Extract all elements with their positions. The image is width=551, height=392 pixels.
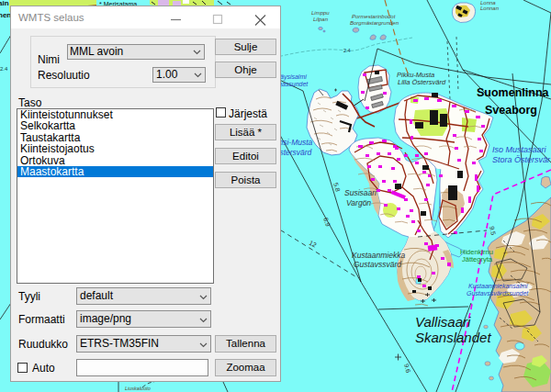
- svg-text:Vallisaari: Vallisaari: [415, 314, 471, 330]
- svg-text:gassundet: gassundet: [278, 81, 309, 88]
- svg-text:Vargön: Vargön: [346, 198, 371, 207]
- svg-text:Lilpan: Lilpan: [313, 17, 329, 22]
- svg-text:Susisaari: Susisaari: [344, 188, 377, 197]
- svg-text:äysisalmi: äysisalmi: [280, 73, 307, 81]
- svg-text:Gustavssvärd: Gustavssvärd: [354, 260, 401, 269]
- svg-text:Lonnan: Lonnan: [480, 6, 500, 11]
- svg-text:2.4: 2.4: [0, 66, 8, 72]
- svg-text:Borgmästargrunden: Borgmästargrunden: [350, 20, 399, 26]
- svg-text:Iso Mustasaari: Iso Mustasaari: [492, 145, 547, 154]
- svg-text:Sveaborg: Sveaborg: [485, 104, 537, 117]
- svg-text:Lilla Östersvärd: Lilla Östersvärd: [398, 78, 446, 86]
- svg-text:ain: ain: [0, 0, 9, 7]
- svg-text:2.4: 2.4: [343, 48, 351, 53]
- svg-text:Limppu: Limppu: [311, 10, 330, 16]
- svg-text:Kustaanmiekansalmi: Kustaanmiekansalmi: [468, 283, 528, 289]
- svg-text:Liuskaluoto: Liuskaluoto: [125, 386, 151, 391]
- svg-text:Jättegryta: Jättegryta: [462, 255, 493, 263]
- svg-text:Kustaanmiekka: Kustaanmiekka: [352, 251, 405, 260]
- svg-text:Stora Östersvär: Stora Östersvär: [492, 155, 551, 164]
- svg-text:Pormestarinbodot: Pormestarinbodot: [352, 14, 396, 19]
- svg-text:Skanslandet: Skanslandet: [415, 330, 491, 345]
- svg-text:Gustavssvärdssundet: Gustavssvärdssundet: [467, 290, 529, 297]
- svg-text:Suomenlinna: Suomenlinna: [477, 86, 550, 99]
